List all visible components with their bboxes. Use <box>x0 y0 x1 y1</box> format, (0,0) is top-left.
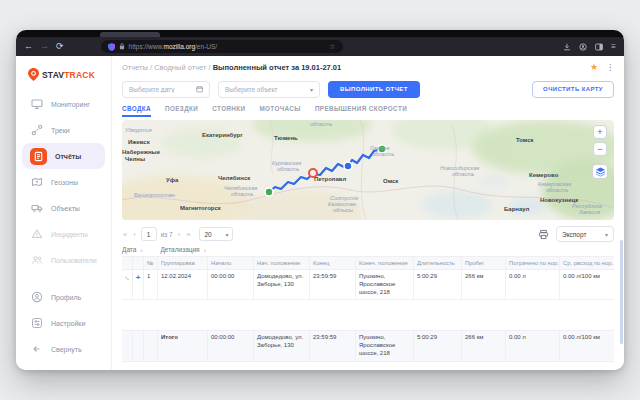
group-by-date[interactable]: Дата› <box>122 246 142 253</box>
total-end-location: Пушкино, Ярославское шоссе, 218 <box>356 331 414 361</box>
sidebar-item-incidents[interactable]: Инциденты <box>16 221 111 247</box>
sidebar-item-label: Объекты <box>51 205 80 212</box>
map-label-city: Магнитогорск <box>180 205 221 211</box>
browser-window: ← → ⟳ https://www.mozilla.org/en-US/ ☆ ≡… <box>16 30 624 370</box>
shield-icon <box>108 43 115 51</box>
sidebar-panel-icon[interactable] <box>595 43 603 51</box>
tab-trips[interactable]: ПОЕЗДКИ <box>165 105 198 117</box>
brand-pin-icon <box>28 68 39 81</box>
show-track-button[interactable] <box>122 270 133 299</box>
chevron-down-icon: ▾ <box>310 86 313 93</box>
date-input[interactable] <box>129 86 196 93</box>
calendar-icon <box>196 85 203 93</box>
back-icon[interactable]: ← <box>24 42 33 51</box>
table-row[interactable]: + 1 12.02.2024 00:00:00 Домодедово, ул. … <box>122 270 614 300</box>
tab-engine-hours[interactable]: МОТОЧАСЫ <box>259 105 300 117</box>
table-scrollbar[interactable] <box>620 240 623 344</box>
browser-toolbar: ← → ⟳ https://www.mozilla.org/en-US/ ☆ ≡ <box>16 37 624 56</box>
sidebar-item-reports[interactable]: Отчёты <box>22 143 105 169</box>
table-total-row: Итого 00:00:00 Домодедово, ул. Заборье, … <box>122 330 614 362</box>
map-label-region: облысы <box>333 208 353 214</box>
map-label-region: область <box>546 188 568 194</box>
filter-row: Выберите объект ▾ ВЫПОЛНИТЬ ОТЧЕТ ОЧИСТИ… <box>122 80 614 98</box>
download-icon[interactable] <box>563 43 571 51</box>
sidebar-item-tracks[interactable]: Треки <box>16 117 111 143</box>
page-size-select[interactable]: 20▾ <box>199 227 233 241</box>
header-cell: Конец <box>310 257 356 269</box>
url-text: https://www.mozilla.org/en-US/ <box>129 43 218 50</box>
date-filter[interactable] <box>122 81 210 98</box>
route-map[interactable]: областьУдмуртияИжевскНабережныеЧелныЕкат… <box>122 120 614 220</box>
breadcrumb: Отчеты / Сводный отчет / Выполненный отч… <box>122 63 341 72</box>
export-select[interactable]: Экспорт▾ <box>556 226 614 242</box>
object-select[interactable]: Выберите объект ▾ <box>218 81 320 98</box>
run-report-button[interactable]: ВЫПОЛНИТЬ ОТЧЕТ <box>328 81 420 98</box>
sidebar: STAVTRACK Мониторинг Треки Отчёты Геозон… <box>16 56 112 370</box>
browser-active-tab[interactable] <box>100 32 160 37</box>
sidebar-item-label: Инциденты <box>51 231 88 238</box>
sidebar-item-collapse[interactable]: Свернуть <box>16 336 111 362</box>
route-start-marker[interactable] <box>265 188 273 196</box>
table-toolbar: « ‹ 1 из 7 › » 20▾ Экспорт▾ <box>122 226 614 242</box>
first-page-button[interactable]: « <box>122 230 128 239</box>
url-bar[interactable]: https://www.mozilla.org/en-US/ ☆ <box>101 40 343 53</box>
clear-map-button[interactable]: ОЧИСТИТЬ КАРТУ <box>532 81 614 98</box>
header-cell-track <box>122 257 133 269</box>
sidebar-item-profile[interactable]: Профиль <box>16 284 111 310</box>
layers-button[interactable] <box>592 164 608 179</box>
sidebar-item-label: Геозоны <box>51 179 78 186</box>
sidebar-item-label: Треки <box>51 127 70 134</box>
sidebar-item-objects[interactable]: Объекты <box>16 195 111 221</box>
print-button[interactable] <box>538 229 549 240</box>
truck-icon <box>30 202 43 215</box>
favorite-star-icon[interactable]: ★ <box>590 62 598 72</box>
sidebar-item-settings[interactable]: Настройки <box>16 310 111 336</box>
current-page-box[interactable]: 1 <box>141 227 157 241</box>
total-mileage: 266 км <box>462 331 506 361</box>
sidebar-item-users[interactable]: Пользователи <box>16 247 111 273</box>
total-cell-expand <box>133 331 144 361</box>
group-by-detail[interactable]: Детализация› <box>160 246 205 253</box>
layers-icon <box>595 167 606 177</box>
map-label-city: Тюмень <box>274 135 298 141</box>
account-icon[interactable] <box>579 43 587 51</box>
menu-icon[interactable]: ≡ <box>611 43 616 51</box>
tab-stops[interactable]: СТОЯНКИ <box>212 105 245 117</box>
route-icon <box>125 274 129 283</box>
grouping-row: Дата› Детализация› <box>122 245 614 254</box>
profile-icon <box>30 291 43 304</box>
next-page-button[interactable]: › <box>177 230 182 239</box>
page-count-label: из 7 <box>161 231 173 238</box>
chevron-down-icon: ▾ <box>225 231 228 238</box>
tab-summary[interactable]: СВОДКА <box>122 105 151 117</box>
total-cell-num <box>144 331 158 361</box>
bookmark-star-icon[interactable]: ☆ <box>329 43 335 51</box>
zoom-in-button[interactable]: + <box>593 125 607 139</box>
reload-icon[interactable]: ⟳ <box>56 42 64 51</box>
kebab-menu-icon[interactable]: ⋮ <box>606 63 614 72</box>
cell-start-location: Домодедово, ул. Заборье, 130 <box>254 270 310 299</box>
brand-logo[interactable]: STAVTRACK <box>16 64 111 91</box>
toolbar-right-icons: ≡ <box>563 43 616 51</box>
expand-row-button[interactable]: + <box>133 270 144 299</box>
tab-speeding[interactable]: ПРЕВЫШЕНИЯ СКОРОСТИ <box>315 105 407 117</box>
total-spent-norm: 0.00 л <box>506 331 560 361</box>
main-content: Отчеты / Сводный отчет / Выполненный отч… <box>112 56 624 370</box>
sidebar-item-geozones[interactable]: Геозоны <box>16 169 111 195</box>
zoom-out-button[interactable]: − <box>593 142 607 156</box>
sidebar-item-monitoring[interactable]: Мониторинг <box>16 91 111 117</box>
cell-end: 23:59:59 <box>310 270 356 299</box>
brand-text-stav: STAV <box>42 70 64 80</box>
total-cell-track <box>122 331 133 361</box>
map-label-city: Омск <box>383 178 398 184</box>
sidebar-item-label: Пользователи <box>51 257 97 264</box>
header-cell: Нач. положение <box>254 257 310 269</box>
route-point-marker[interactable] <box>344 162 352 170</box>
chevron-right-icon: › <box>140 247 142 253</box>
app-root: STAVTRACK Мониторинг Треки Отчёты Геозон… <box>16 56 624 370</box>
sidebar-item-label: Отчёты <box>55 153 81 160</box>
last-page-button[interactable]: » <box>185 230 191 239</box>
map-label-region: Удмуртия <box>125 128 152 134</box>
prev-page-button[interactable]: ‹ <box>132 230 137 239</box>
forward-icon[interactable]: → <box>40 42 49 51</box>
